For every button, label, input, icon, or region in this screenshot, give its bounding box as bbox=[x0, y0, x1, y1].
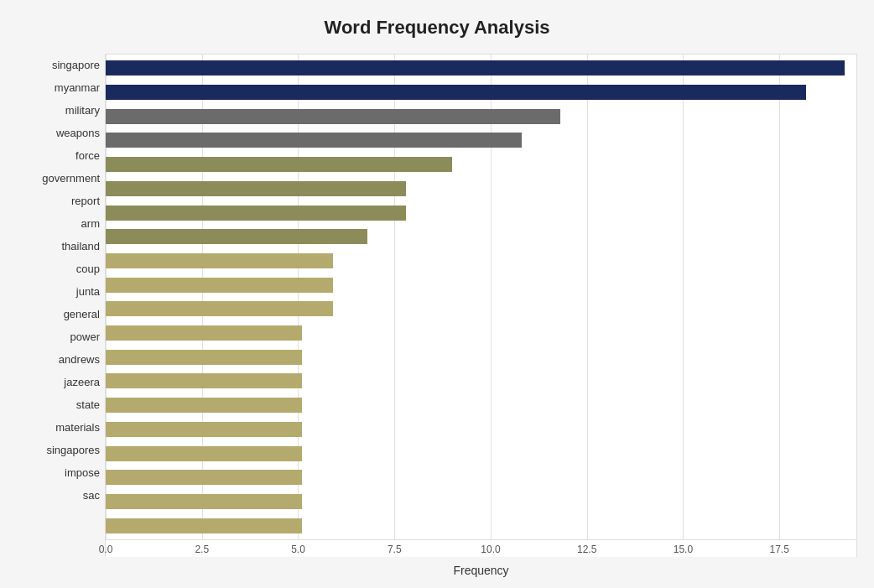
bar-row bbox=[106, 81, 856, 105]
bar bbox=[106, 206, 406, 221]
y-label: weapons bbox=[56, 122, 105, 144]
x-ticks: 0.02.55.07.510.012.515.017.5 bbox=[105, 540, 857, 557]
y-labels: singaporemyanmarmilitaryweaponsforcegove… bbox=[17, 54, 105, 540]
bar-row bbox=[106, 369, 856, 393]
bar-row bbox=[106, 321, 856, 346]
bar-row bbox=[106, 225, 856, 249]
x-tick: 7.5 bbox=[388, 544, 402, 555]
x-tick: 0.0 bbox=[99, 544, 113, 555]
bar-row bbox=[106, 513, 856, 538]
bar bbox=[106, 181, 406, 196]
y-label: jazeera bbox=[64, 371, 105, 393]
chart-title: Word Frequency Analysis bbox=[17, 17, 857, 39]
y-label: materials bbox=[55, 416, 105, 439]
bar bbox=[106, 373, 302, 388]
y-label: power bbox=[70, 325, 105, 348]
bar bbox=[106, 133, 522, 148]
bar-row bbox=[106, 466, 856, 490]
y-label: report bbox=[71, 190, 105, 212]
y-label: general bbox=[64, 303, 105, 325]
x-tick: 5.0 bbox=[291, 544, 305, 555]
x-tick: 12.5 bbox=[577, 544, 596, 555]
chart-area: singaporemyanmarmilitaryweaponsforcegove… bbox=[17, 54, 857, 540]
y-label: myanmar bbox=[55, 76, 105, 99]
x-tick: 17.5 bbox=[770, 544, 789, 555]
bar bbox=[106, 325, 302, 341]
y-label: government bbox=[42, 167, 105, 190]
bar bbox=[106, 278, 333, 293]
chart-container: Word Frequency Analysis singaporemyanmar… bbox=[0, 0, 874, 588]
y-label: thailand bbox=[61, 235, 105, 258]
bar-row bbox=[106, 297, 856, 321]
x-tick: 2.5 bbox=[195, 544, 209, 555]
bar bbox=[106, 60, 845, 75]
y-label: state bbox=[76, 393, 105, 416]
bar bbox=[106, 85, 806, 100]
x-axis-area: 0.02.55.07.510.012.515.017.5 Frequency bbox=[105, 540, 857, 577]
bar bbox=[106, 157, 452, 172]
bar-row bbox=[106, 104, 856, 128]
bar bbox=[106, 350, 302, 365]
bar bbox=[106, 446, 302, 461]
y-label: sac bbox=[83, 484, 105, 507]
bar-row bbox=[106, 153, 856, 177]
bar-row bbox=[106, 418, 856, 442]
bars-section bbox=[105, 54, 857, 540]
x-axis-label: Frequency bbox=[105, 564, 857, 577]
bar-row bbox=[106, 249, 856, 273]
bar bbox=[106, 301, 333, 316]
y-label: military bbox=[65, 99, 105, 122]
bar-row bbox=[106, 128, 856, 153]
y-label: impose bbox=[65, 461, 105, 484]
bar bbox=[106, 109, 560, 124]
y-label: junta bbox=[76, 280, 105, 303]
bar bbox=[106, 470, 302, 485]
y-label: singapore bbox=[52, 54, 105, 76]
bar bbox=[106, 253, 333, 268]
x-tick: 15.0 bbox=[674, 544, 693, 555]
bars-wrapper bbox=[106, 55, 856, 539]
bar-row bbox=[106, 200, 856, 225]
y-label: arm bbox=[81, 212, 105, 235]
bar bbox=[106, 422, 302, 437]
bar bbox=[106, 518, 302, 533]
y-label: singapores bbox=[46, 439, 105, 461]
bar bbox=[106, 398, 302, 413]
y-label: force bbox=[75, 144, 105, 167]
y-label: andrews bbox=[59, 348, 105, 371]
bar bbox=[106, 229, 367, 244]
x-tick: 10.0 bbox=[481, 544, 500, 555]
bar bbox=[106, 494, 302, 509]
bar-row bbox=[106, 490, 856, 514]
bar-row bbox=[106, 177, 856, 201]
bar-row bbox=[106, 345, 856, 369]
bar-row bbox=[106, 393, 856, 418]
bar-row bbox=[106, 56, 856, 81]
y-label: coup bbox=[76, 258, 105, 280]
bar-row bbox=[106, 441, 856, 466]
bar-row bbox=[106, 273, 856, 297]
